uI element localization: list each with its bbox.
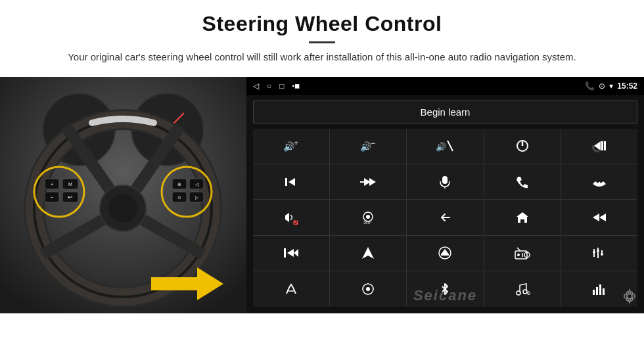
- svg-rect-87: [596, 287, 598, 295]
- svg-line-38: [448, 141, 453, 151]
- svg-marker-46: [288, 178, 295, 186]
- svg-rect-45: [285, 178, 287, 186]
- svg-text:+: +: [294, 139, 298, 148]
- svg-rect-61: [284, 248, 286, 258]
- skip-forward-button[interactable]: [253, 236, 329, 271]
- controls-grid: 🔊+ 🔊− 🔊: [253, 129, 637, 307]
- svg-rect-32: [151, 277, 198, 290]
- svg-point-12: [108, 194, 137, 223]
- call-button[interactable]: [484, 164, 561, 199]
- svg-text:360°: 360°: [363, 221, 372, 225]
- title-divider: [309, 41, 335, 43]
- svg-marker-64: [362, 247, 374, 259]
- recents-icon[interactable]: □: [279, 81, 284, 91]
- camera-360-button[interactable]: 360°: [330, 200, 406, 235]
- svg-text:⚙: ⚙: [526, 290, 530, 296]
- svg-marker-67: [441, 249, 449, 254]
- back-nav-button[interactable]: [407, 200, 483, 235]
- svg-text:⊙: ⊙: [177, 195, 181, 200]
- svg-point-81: [366, 287, 370, 291]
- prev-track-button[interactable]: 📞: [561, 129, 637, 164]
- svg-point-71: [517, 254, 520, 256]
- android-head-unit: ◁ ○ □ ▪◼ 📞 ⊙ ▾ 15:52 Begin learn: [246, 77, 644, 313]
- next-button[interactable]: [253, 164, 329, 199]
- bluetooth-button[interactable]: [407, 271, 483, 306]
- svg-marker-63: [294, 249, 298, 257]
- vol-up-button[interactable]: 🔊+: [253, 129, 329, 164]
- svg-rect-88: [599, 284, 601, 295]
- steering-wheel-container: + − M ↩ ⊕ ⊙ ◁ ▷: [0, 77, 246, 313]
- svg-marker-60: [593, 214, 599, 221]
- svg-rect-89: [603, 288, 605, 295]
- eject-button[interactable]: [407, 236, 483, 271]
- steering-wheel-svg: + − M ↩ ⊕ ⊙ ◁ ▷: [0, 77, 246, 313]
- settings-gear-button[interactable]: [622, 288, 637, 308]
- home-nav-button[interactable]: [484, 200, 561, 235]
- hang-up-button[interactable]: [561, 164, 637, 199]
- svg-rect-68: [515, 251, 527, 259]
- svg-rect-42: [601, 141, 603, 150]
- mute-button[interactable]: 🔊: [407, 129, 483, 164]
- svg-text:−: −: [371, 139, 375, 148]
- svg-point-83: [517, 291, 520, 295]
- music-button[interactable]: ⚙: [484, 271, 561, 306]
- fast-forward-button[interactable]: [330, 164, 406, 199]
- svg-text:M: M: [68, 182, 72, 187]
- svg-text:🔊: 🔊: [436, 141, 447, 152]
- steering-wheel-image: + − M ↩ ⊕ ⊙ ◁ ▷: [0, 77, 246, 313]
- svg-text:📞: 📞: [591, 145, 600, 152]
- location-icon: ⊙: [599, 81, 605, 91]
- navigate-button[interactable]: [330, 236, 406, 271]
- back-icon[interactable]: ◁: [253, 81, 259, 91]
- home-icon[interactable]: ○: [267, 81, 271, 91]
- rewind-button[interactable]: [561, 200, 637, 235]
- time-display: 15:52: [617, 81, 637, 91]
- vol-down-button[interactable]: 🔊−: [330, 129, 406, 164]
- mic-button[interactable]: [407, 164, 483, 199]
- voice-button[interactable]: [253, 271, 329, 306]
- status-bar-left: ◁ ○ □ ▪◼: [253, 81, 300, 91]
- svg-marker-58: [517, 212, 528, 223]
- page-title: Steering Wheel Control: [26, 12, 618, 36]
- wifi-icon: ▾: [609, 81, 613, 91]
- content-area: + − M ↩ ⊕ ⊙ ◁ ▷: [0, 77, 644, 361]
- page: Steering Wheel Control Your original car…: [0, 0, 644, 360]
- svg-text:−: −: [51, 194, 54, 200]
- svg-marker-59: [599, 214, 606, 221]
- radio-button[interactable]: [484, 236, 561, 271]
- svg-rect-43: [604, 141, 606, 150]
- svg-point-56: [366, 215, 370, 219]
- sound-mode-button[interactable]: [253, 200, 329, 235]
- svg-text:+: +: [51, 181, 54, 187]
- svg-point-90: [627, 294, 632, 299]
- phone-status-icon: 📞: [585, 81, 595, 91]
- begin-learn-row: Begin learn: [246, 95, 644, 129]
- svg-marker-62: [287, 249, 294, 257]
- status-bar: ◁ ○ □ ▪◼ 📞 ⊙ ▾ 15:52: [246, 77, 644, 95]
- svg-text:⊕: ⊕: [177, 182, 181, 187]
- svg-text:↩: ↩: [68, 194, 73, 200]
- battery-signal-icon: ▪◼: [292, 82, 300, 89]
- status-bar-right: 📞 ⊙ ▾ 15:52: [585, 81, 637, 91]
- svg-marker-52: [285, 213, 289, 222]
- equalizer-button[interactable]: [561, 236, 637, 271]
- power-button[interactable]: [484, 129, 561, 164]
- svg-rect-86: [593, 290, 595, 295]
- subtitle: Your original car's steering wheel contr…: [53, 50, 591, 65]
- svg-marker-49: [369, 178, 376, 186]
- header: Steering Wheel Control Your original car…: [0, 0, 644, 70]
- menu-button[interactable]: [330, 271, 406, 306]
- svg-rect-50: [442, 176, 448, 184]
- begin-learn-button[interactable]: Begin learn: [253, 101, 637, 124]
